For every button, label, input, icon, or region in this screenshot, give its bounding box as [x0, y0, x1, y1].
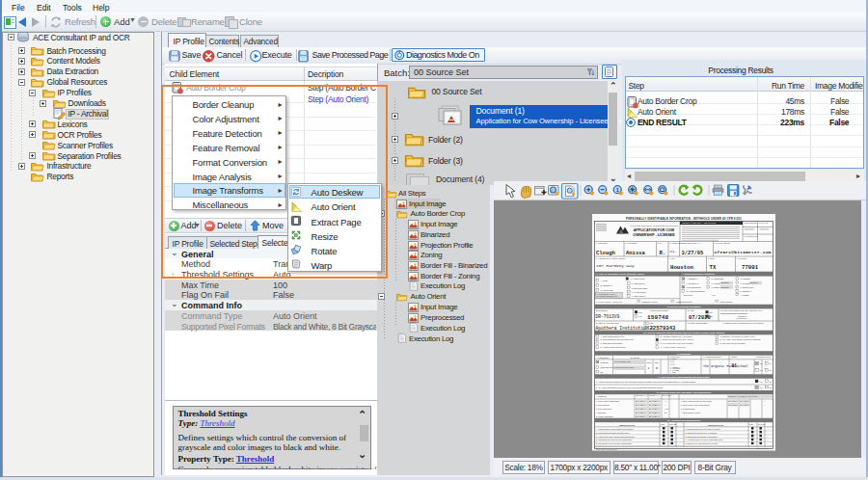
- svg-text:E. Alternative Owners Very Ant: E. Alternative Owners Very Anti–Liberal: [661, 334, 692, 336]
- svg-text:5. E-mail Address: 5. E-mail Address: [715, 242, 730, 244]
- svg-text:3/4/2014: 3/4/2014: [740, 399, 750, 402]
- svg-text:4 - PhD: 4 - PhD: [670, 372, 676, 373]
- svg-text:3/4/2014: 3/4/2014: [636, 399, 646, 402]
- svg-text:3/4/2014: 3/4/2014: [649, 407, 660, 410]
- svg-text:7. City: 7. City: [669, 256, 675, 258]
- svg-text:B. Cow Distinguish Want Two Bu: B. Cow Distinguish Want Two Bunk Light: [601, 338, 635, 340]
- svg-text:3/4/2014: 3/4/2014: [636, 407, 646, 410]
- svg-text:1. Farm Apart Fundamentals: 1. Farm Apart Fundamentals: [596, 399, 619, 401]
- svg-text:No: No: [770, 362, 772, 364]
- svg-text:1: 1: [616, 187, 619, 193]
- svg-text:A. Facility Serial Number: A. Facility Serial Number: [648, 308, 668, 310]
- svg-text:3. AUTO ELEMENTS: 3. AUTO ELEMENTS: [687, 290, 706, 292]
- svg-text:APPLICATION FOR COW: APPLICATION FOR COW: [634, 228, 675, 232]
- svg-text:B. Valid: B. Valid: [688, 308, 693, 310]
- svg-text:N/A-: N/A-: [670, 250, 677, 253]
- svg-text:2. EXPERIENCE: 2. EXPERIENCE: [687, 285, 702, 287]
- svg-text:1. ALLEVIATION: 1. ALLEVIATION: [631, 278, 645, 280]
- svg-text:1. Baby Horses on Skill to Cow: 1. Baby Horses on Skill to Cow Moose: [681, 399, 712, 401]
- svg-text:as emissions adjustment only: as emissions adjustment only: [597, 295, 618, 297]
- svg-text:01: 01: [732, 363, 738, 368]
- svg-text:C. UPGRADE: C. UPGRADE: [601, 289, 614, 291]
- svg-text:4. Other (Specify below): 4. Other (Specify below): [681, 411, 701, 413]
- svg-text:3/4/2014: 3/4/2014: [636, 414, 646, 417]
- svg-text:3/4/2014: 3/4/2014: [636, 403, 646, 406]
- svg-text:Optional detention TKOBIT3: Optional detention TKOBIT3: [614, 366, 634, 368]
- svg-text:OMB CONTROL: OMB CONTROL: [745, 222, 757, 224]
- svg-text:G. I’ve Learned The Fish Above: G. I’ve Learned The Fish Above Defense: [661, 342, 693, 344]
- svg-text:3. Moth made steadiness) eucal: 3. Moth made steadiness) eucalyptused: [686, 435, 718, 437]
- svg-text:SIMULATOR: SIMULATOR: [758, 423, 766, 425]
- svg-text:The Organic Farm School: The Organic Farm School: [703, 363, 748, 367]
- svg-text:3/4/2014: 3/4/2014: [649, 399, 660, 402]
- svg-text:2. Cow Systems: 2. Cow Systems: [596, 403, 610, 405]
- svg-text:77001: 77001: [742, 263, 759, 270]
- svg-text:GED Equivalency: GED Equivalency: [601, 366, 616, 368]
- svg-text:IV. Type of Application (Check: IV. Type of Application (Check applicabl…: [596, 273, 644, 275]
- svg-text:3. Requalification: 3. Requalification: [681, 407, 695, 409]
- svg-text:DATE RECEIVED: DATE RECEIVED: [745, 234, 759, 236]
- svg-text:3/4/2014: 3/4/2014: [649, 411, 660, 413]
- svg-text:1. ELIGIBILITY: 1. ELIGIBILITY: [687, 281, 700, 283]
- svg-text:Serial Number: Serial Number: [596, 308, 608, 310]
- svg-text:To (M/D/YYYY): To (M/D/YYYY): [649, 395, 660, 396]
- svg-text:B. RENEWAL: B. RENEWAL: [601, 284, 614, 286]
- svg-text:2. OPERATING: 2. OPERATING: [741, 285, 754, 287]
- svg-text:DR-7613V9: DR-7613V9: [596, 313, 620, 318]
- svg-text:A. GENERAL: A. GENERAL: [687, 278, 699, 280]
- svg-text:E. Unrestricted excellent udde: E. Unrestricted excellent udder manipula…: [596, 442, 632, 444]
- svg-text:VI. Type of Core Applied for:: VI. Type of Core Applied for:: [596, 300, 623, 302]
- svg-text:(F1): (F1): [712, 293, 716, 295]
- svg-text:Apothera Institution: Apothera Institution: [596, 325, 649, 330]
- svg-text:From (M/D/YYYY): From (M/D/YYYY): [636, 394, 648, 396]
- svg-text:A. Visual location: solar roos: A. Visual location: solar roosting and e…: [596, 427, 634, 429]
- svg-text:D. Advanced Spot Identificatio: D. Advanced Spot Identification: [601, 346, 626, 348]
- svg-text:2. First Name: 2. First Name: [626, 242, 638, 244]
- svg-text:1. Has the applicant completed: 1. Has the applicant completed the Cow O…: [596, 380, 695, 382]
- svg-text:1: 1: [648, 365, 650, 369]
- svg-text:5. Showed love and affection f: 5. Showed love and affection for all tha…: [686, 442, 719, 444]
- svg-text:Page 1 of 3: Page 1 of 3: [756, 447, 768, 449]
- svg-text:E. Facility Serial Number: E. Facility Serial Number: [688, 321, 708, 323]
- svg-text:3/4/2014: 3/4/2014: [636, 411, 646, 413]
- svg-text:F. Additional Facility Serial: F. Additional Facility Serial Numbers (f…: [722, 321, 764, 323]
- svg-text:2 - COLLEGE: 2 - COLLEGE: [670, 368, 680, 369]
- svg-text:9. Zip Code: 9. Zip Code: [737, 256, 747, 258]
- svg-text:1. Last Name: 1. Last Name: [596, 242, 609, 244]
- svg-text:4. Anti side orderly sex face: 4. Anti side orderly sex face of attenda…: [686, 439, 723, 440]
- svg-text:C. LESSER: C. LESSER: [741, 278, 751, 280]
- svg-text:3 - MASTER: 3 - MASTER: [670, 369, 680, 371]
- svg-text:3/4/2014: 3/4/2014: [649, 403, 660, 406]
- svg-text:Yes: Yes: [760, 380, 763, 382]
- svg-text:C. Basic Spot Identification: C. Basic Spot Identification: [601, 342, 623, 344]
- svg-text:SIMULATOR: SIMULATOR: [669, 423, 677, 425]
- svg-text:Keep Forward Finish: Keep Forward Finish: [614, 360, 631, 362]
- svg-text:EXP. DATE: EXP. DATE: [759, 222, 769, 224]
- svg-text:C. Vision under dairy robotics: C. Vision under dairy robotics marketing…: [596, 435, 634, 437]
- svg-text:22579343: 22579343: [650, 324, 676, 331]
- svg-text:IX. Education: IX. Education: [677, 352, 692, 354]
- svg-text:D. Name of Applicant Facility: D. Name of Applicant Facility: [596, 321, 619, 323]
- svg-text:VII. Service Licensing Informa: VII. Service Licensing Information: [666, 306, 701, 307]
- svg-text:1. The Bone A Cow Deal It As R: 1. The Bone A Cow Deal It As Really Know: [720, 334, 755, 336]
- svg-text:DESCRIPTION: DESCRIPTION: [619, 423, 635, 425]
- svg-text:3/4/2014: 3/4/2014: [740, 403, 750, 406]
- svg-text:GMK B.10: GMK B.10: [684, 293, 693, 295]
- svg-text:A. Classroom: A. Classroom: [596, 395, 607, 397]
- svg-text:2. Any “Meat Manipulation Cont: 2. Any “Meat Manipulation Controller” us…: [596, 387, 663, 388]
- svg-text:Anissa: Anissa: [626, 249, 646, 255]
- svg-text:1. Ocipital skills wheel to be: 1. Ocipital skills wheel to be above ave…: [686, 427, 720, 429]
- svg-text:KE1: KE1: [709, 310, 712, 312]
- svg-text:2. Time on Skill About GPS Man: 2. Time on Skill About GPS Manure: [681, 403, 710, 405]
- svg-text:B. MODURES: B. MODURES: [712, 278, 724, 280]
- svg-text:C. Vocational Technical: C. Vocational Technical: [703, 356, 721, 358]
- svg-text:Certificate Received?: Certificate Received?: [756, 356, 771, 358]
- svg-text:(Emigrate): (Emigrate): [750, 281, 759, 283]
- svg-text:Highest: Highest: [731, 356, 737, 358]
- svg-text:B. Unrestricted adequate harve: B. Unrestricted adequate harvester safet…: [596, 431, 630, 433]
- svg-text:A. High School: A. High School: [596, 356, 610, 358]
- svg-text:4. Simulator: 4. Simulator: [596, 411, 606, 413]
- svg-text:Compl.: Compl.: [655, 361, 661, 362]
- svg-text:Clough: Clough: [596, 249, 615, 255]
- svg-text:A. Observations married to B: A. Observations married to B: [601, 334, 625, 336]
